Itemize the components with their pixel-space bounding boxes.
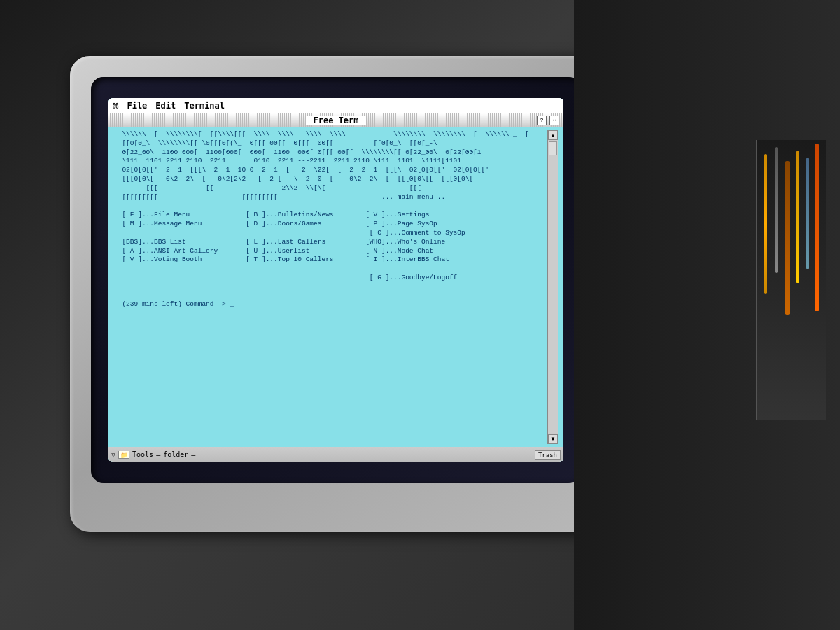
menu-bar: ⌘ File Edit Terminal — [108, 98, 564, 113]
scrollbar[interactable]: ▲ ▼ — [547, 130, 558, 444]
trash-button[interactable]: Trash — [535, 450, 561, 460]
scroll-up-arrow[interactable]: ▲ — [548, 130, 558, 140]
shelf-item-3 — [785, 161, 790, 315]
title-bar-buttons: ? ↔ — [537, 115, 559, 125]
monitor-bezel: ⌘ File Edit Terminal Free Term ? ↔ — [91, 77, 581, 483]
shelf-item-5 — [806, 158, 809, 270]
room-right-side — [574, 0, 840, 630]
folder-icon: 📁 — [118, 451, 130, 459]
title-bar: Free Term ? ↔ — [108, 113, 564, 127]
finder-folder-name: folder — [163, 451, 188, 458]
scroll-track — [548, 140, 558, 434]
finder-triangle[interactable]: ▽ — [111, 451, 115, 458]
terminal-area: \\\\\\ [ \\\\\\\\[ [[\\\\[[[ \\\\ \\\\ \… — [108, 127, 564, 447]
shelf-item-2 — [775, 147, 778, 273]
shelf-item-1 — [764, 154, 767, 294]
finder-bar: ▽ 📁 Tools – folder – Trash — [108, 447, 564, 462]
shelf-item-6 — [815, 144, 819, 312]
scroll-thumb[interactable] — [549, 141, 557, 155]
finder-tools-label: Tools — [132, 451, 153, 458]
shelf-item-4 — [796, 150, 799, 284]
window-title: Free Term — [306, 115, 365, 125]
resize-button[interactable]: ↔ — [550, 115, 559, 125]
monitor-casing: ⌘ File Edit Terminal Free Term ? ↔ — [70, 56, 602, 532]
menu-file[interactable]: File — [127, 101, 147, 111]
terminal-content: \\\\\\ [ \\\\\\\\[ [[\\\\[[[ \\\\ \\\\ \… — [114, 130, 547, 444]
finder-dash2: – — [191, 451, 195, 458]
scroll-down-arrow[interactable]: ▼ — [548, 434, 558, 444]
menu-terminal[interactable]: Terminal — [184, 101, 225, 111]
menu-edit[interactable]: Edit — [155, 101, 176, 111]
room-background: ⌘ File Edit Terminal Free Term ? ↔ — [0, 0, 840, 630]
apple-menu[interactable]: ⌘ — [113, 100, 118, 111]
help-button[interactable]: ? — [537, 115, 547, 125]
mac-window: ⌘ File Edit Terminal Free Term ? ↔ — [108, 98, 564, 462]
finder-dash1: – — [156, 451, 160, 458]
monitor-screen: ⌘ File Edit Terminal Free Term ? ↔ — [108, 98, 564, 462]
shelf — [756, 140, 826, 420]
